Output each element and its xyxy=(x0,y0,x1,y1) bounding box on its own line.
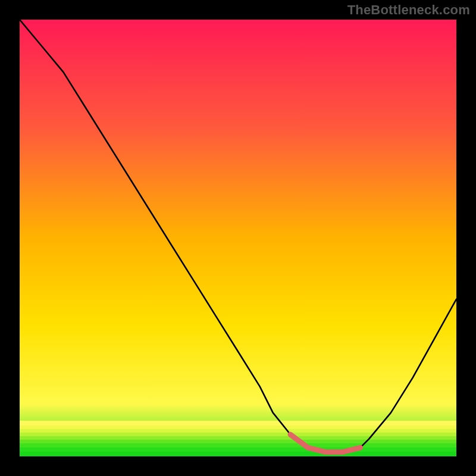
optimal-highlight xyxy=(20,20,456,456)
plot-area xyxy=(20,20,456,456)
chart-frame: TheBottleneck.com xyxy=(0,0,476,476)
watermark-text: TheBottleneck.com xyxy=(347,2,470,18)
